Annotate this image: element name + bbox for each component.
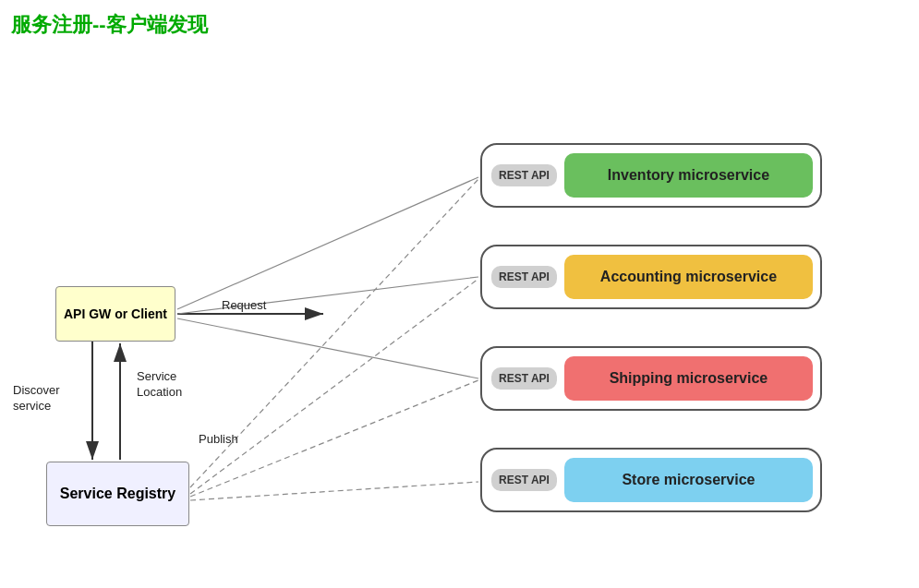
api-gw-box: API GW or Client xyxy=(55,286,175,342)
svg-line-6 xyxy=(177,177,478,309)
service-location-label: Service Location xyxy=(137,369,182,401)
ms-label-accounting: Accounting microservice xyxy=(564,255,813,299)
rest-api-badge-3: REST API xyxy=(491,367,557,390)
svg-line-8 xyxy=(177,318,478,378)
ms-container-store: REST API Store microservice xyxy=(480,448,822,512)
svg-line-12 xyxy=(190,482,478,500)
rest-api-badge-2: REST API xyxy=(491,266,557,288)
page-title: 服务注册--客户端发现 xyxy=(11,11,208,39)
rest-api-badge-1: REST API xyxy=(491,164,557,186)
discover-service-label: Discover service xyxy=(13,383,60,414)
ms-label-shipping: Shipping microservice xyxy=(564,356,813,401)
publish-label: Publish xyxy=(199,432,238,446)
diagram-container: 服务注册--客户端发现 xyxy=(0,0,919,588)
ms-container-shipping: REST API Shipping microservice xyxy=(480,346,822,411)
ms-label-inventory: Inventory microservice xyxy=(564,153,813,198)
rest-api-badge-4: REST API xyxy=(491,469,557,491)
service-registry-box: Service Registry xyxy=(46,462,189,526)
ms-container-accounting: REST API Accounting microservice xyxy=(480,245,822,309)
ms-container-inventory: REST API Inventory microservice xyxy=(480,143,822,208)
request-label: Request xyxy=(222,298,266,312)
ms-label-store: Store microservice xyxy=(564,458,813,502)
